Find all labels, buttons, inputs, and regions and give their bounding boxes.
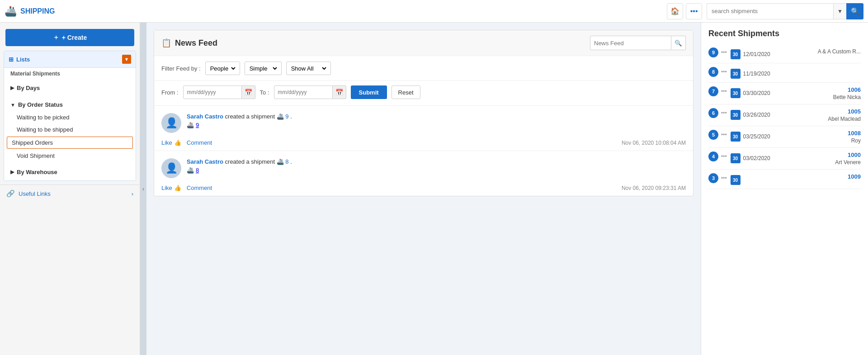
shipment-date-row-8: 30 11/19/2020 [731, 69, 861, 79]
shipment-customer-7: Bette Nicka [833, 94, 861, 100]
shipment-menu-icon-3[interactable]: ••• [721, 175, 727, 181]
to-label: To : [260, 89, 269, 96]
feed-author-1[interactable]: Sarah Castro [187, 113, 223, 120]
shipment-order-4[interactable]: 1000 [848, 151, 861, 158]
cal-badge-8: 30 [731, 69, 741, 79]
shipment-item-3: 3 ••• 30 1009 [708, 170, 861, 189]
main-layout: ＋ + Create ⊞ Lists ▼ Material Shipments … [0, 23, 868, 355]
shipment-date-7: 03/30/2020 [743, 90, 770, 96]
shipment-order-3[interactable]: 1009 [848, 173, 861, 180]
to-date-input[interactable] [274, 85, 333, 99]
shipment-menu-icon-9[interactable]: ••• [721, 49, 727, 56]
shipments-list: 9 ••• 30 12/01/2020 A & A Custom R... 8 [708, 44, 861, 189]
cal-badge-5: 30 [731, 132, 741, 142]
comment-link-2[interactable]: Comment [187, 185, 212, 191]
shipment-menu-icon-4[interactable]: ••• [721, 153, 727, 160]
shipment-right-4: 1000 Art Venere [797, 151, 861, 166]
news-feed-header: 📋 News Feed 🔍 [154, 30, 693, 56]
shipment-right-3: 1009 [797, 173, 861, 180]
date-filter-row: From : 📅 To : 📅 Submit Reset [154, 81, 693, 106]
from-date-wrap: 📅 [183, 85, 255, 99]
type-dropdown[interactable]: Simple Detailed [245, 62, 282, 75]
useful-links-row[interactable]: 🔗 Useful Links › [0, 185, 140, 202]
feed-author-2[interactable]: Sarah Castro [187, 158, 223, 165]
feed-ship-num-2: 🚢 8 [187, 167, 686, 174]
feed-content-2: Sarah Castro created a shipment 🚢 8 . 🚢 … [187, 158, 686, 174]
by-days-header[interactable]: ▶ By Days [4, 81, 136, 95]
sidebar-item-waiting-shipped[interactable]: Waiting to be shipped [4, 123, 136, 136]
from-label: From : [161, 89, 179, 96]
cal-badge-6: 30 [731, 110, 741, 120]
show-dropdown[interactable]: Show All Show Mine [286, 62, 331, 75]
more-options-button[interactable]: ••• [686, 3, 702, 19]
shipment-menu-icon-7[interactable]: ••• [721, 88, 727, 95]
feed-search-input[interactable] [590, 36, 671, 50]
shipment-customer-5: Roy [851, 137, 861, 144]
from-calendar-button[interactable]: 📅 [242, 85, 255, 99]
ship-link-1[interactable]: 9 [285, 113, 288, 120]
comment-link-1[interactable]: Comment [187, 139, 212, 146]
feed-actions-1: Like 👍 Comment Nov 06, 2020 10:08:04 AM [161, 137, 686, 146]
shipment-menu-icon-6[interactable]: ••• [721, 110, 727, 116]
sidebar-collapse-handle[interactable]: ‹ [140, 23, 146, 355]
home-button[interactable]: 🏠 [667, 3, 683, 19]
feed-actions-left-2: Like 👍 Comment [161, 185, 212, 191]
people-select[interactable]: People Groups [208, 65, 237, 72]
shipment-date-row-5: 30 03/25/2020 [731, 132, 794, 142]
shipment-menu-icon-8[interactable]: ••• [721, 69, 727, 75]
people-dropdown[interactable]: People Groups [205, 62, 240, 75]
like-link-2[interactable]: Like 👍 [161, 185, 181, 191]
search-icon: 🔍 [851, 7, 859, 15]
lists-section-header[interactable]: ⊞ Lists ▼ [4, 51, 136, 68]
by-order-status-header[interactable]: ▼ By Order Status [4, 98, 136, 111]
lists-dropdown-button[interactable]: ▼ [122, 55, 131, 64]
ship-link-2[interactable]: 8 [285, 158, 288, 165]
search-icon-feed: 🔍 [675, 40, 682, 47]
thumbs-up-icon-1: 👍 [174, 139, 181, 146]
ship-num-link-2[interactable]: 8 [196, 167, 199, 174]
shipment-detail-3: 30 [731, 173, 794, 185]
search-submit-button[interactable]: 🔍 [846, 3, 863, 19]
shipment-order-6[interactable]: 1005 [848, 108, 861, 115]
top-navigation: 🚢 SHIPPING 🏠 ••• ▼ 🔍 [0, 0, 868, 23]
brand-title: SHIPPING [20, 7, 55, 15]
to-date-wrap: 📅 [274, 85, 346, 99]
chevron-right-icon: › [132, 190, 133, 197]
sidebar-item-void-shipment[interactable]: Void Shipment [4, 150, 136, 162]
shipment-order-7[interactable]: 1006 [848, 86, 861, 93]
useful-links-label: Useful Links [19, 190, 51, 197]
shipment-menu-icon-5[interactable]: ••• [721, 132, 727, 138]
feed-timestamp-1: Nov 06, 2020 10:08:04 AM [622, 140, 686, 146]
reset-button[interactable]: Reset [392, 85, 420, 99]
search-dropdown-button[interactable]: ▼ [833, 3, 846, 19]
shipment-order-5[interactable]: 1008 [848, 130, 861, 137]
feed-search-button[interactable]: 🔍 [671, 36, 686, 50]
feed-action-2: created a shipment [225, 158, 277, 165]
like-link-1[interactable]: Like 👍 [161, 139, 181, 146]
ellipsis-icon: ••• [690, 7, 698, 15]
type-select[interactable]: Simple Detailed [248, 65, 278, 72]
feed-text-2: Sarah Castro created a shipment 🚢 8 . [187, 158, 686, 165]
sidebar: ＋ + Create ⊞ Lists ▼ Material Shipments … [0, 23, 140, 355]
shipment-badge-6: 6 [708, 108, 718, 118]
search-input[interactable] [707, 3, 833, 19]
submit-button[interactable]: Submit [351, 85, 387, 99]
sidebar-item-shipped-orders[interactable]: Shipped Orders [7, 137, 133, 149]
to-calendar-button[interactable]: 📅 [333, 85, 346, 99]
link-icon: 🔗 [6, 189, 15, 198]
from-date-input[interactable] [183, 85, 242, 99]
shipment-date-8: 11/19/2020 [743, 71, 770, 77]
avatar-2: 👤 [161, 158, 181, 178]
shipment-item-5: 5 ••• 30 03/25/2020 1008 Roy [708, 126, 861, 148]
sidebar-item-waiting-picked[interactable]: Waiting to be picked [4, 111, 136, 123]
shipment-badge-4: 4 [708, 151, 718, 161]
by-warehouse-header[interactable]: ▶ By Warehouse [4, 166, 136, 179]
by-order-status-group: ▼ By Order Status Waiting to be picked W… [4, 96, 136, 164]
shipment-date-6: 03/26/2020 [743, 112, 770, 118]
avatar-1: 👤 [161, 113, 181, 133]
expand-icon: ▶ [10, 85, 14, 91]
create-button[interactable]: ＋ + Create [5, 29, 134, 46]
ship-icon-2: 🚢 [277, 158, 284, 165]
ship-num-link-1[interactable]: 9 [196, 122, 199, 128]
show-select[interactable]: Show All Show Mine [289, 65, 328, 72]
